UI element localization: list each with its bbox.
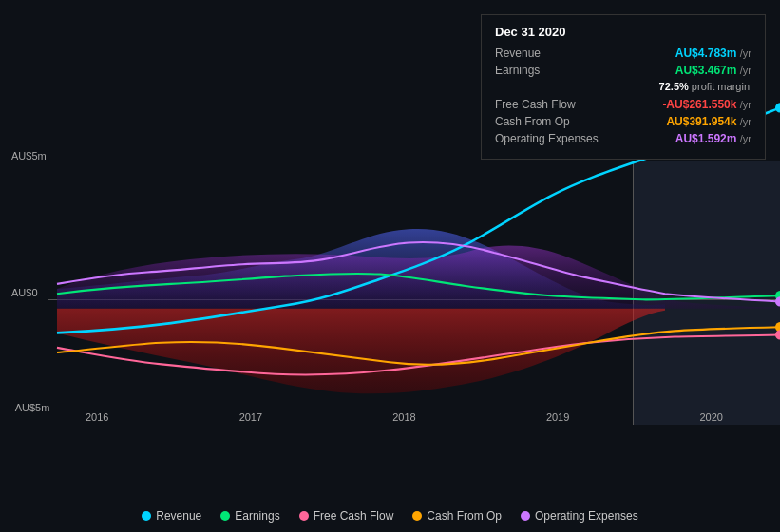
- legend-label-earnings: Earnings: [235, 509, 279, 522]
- legend-dot-earnings: [220, 511, 230, 521]
- earnings-label: Earnings: [495, 64, 540, 77]
- legend: Revenue Earnings Free Cash Flow Cash Fro…: [0, 509, 780, 522]
- svg-point-4: [775, 330, 780, 339]
- legend-dot-cashfromop: [412, 511, 422, 521]
- legend-fcf[interactable]: Free Cash Flow: [299, 509, 394, 522]
- earnings-value: AU$3.467m /yr: [675, 64, 751, 77]
- x-label-2016: 2016: [86, 411, 108, 423]
- x-label-2020: 2020: [700, 411, 723, 423]
- info-box: Dec 31 2020 Revenue AU$4.783m /yr Earnin…: [481, 14, 766, 160]
- x-label-2017: 2017: [239, 411, 262, 423]
- info-row-opex: Operating Expenses AU$1.592m /yr: [495, 132, 751, 145]
- legend-dot-opex: [521, 511, 530, 521]
- info-row-revenue: Revenue AU$4.783m /yr: [495, 47, 751, 60]
- revenue-value: AU$4.783m /yr: [675, 47, 751, 60]
- legend-dot-fcf: [299, 511, 309, 521]
- legend-label-fcf: Free Cash Flow: [314, 509, 394, 522]
- legend-dot-revenue: [142, 511, 151, 521]
- legend-label-opex: Operating Expenses: [535, 509, 638, 522]
- legend-label-cashfromop: Cash From Op: [427, 509, 502, 522]
- fcf-label: Free Cash Flow: [495, 98, 576, 111]
- revenue-label: Revenue: [495, 47, 541, 60]
- cashfromop-label: Cash From Op: [495, 115, 570, 128]
- legend-label-revenue: Revenue: [156, 509, 201, 522]
- svg-point-0: [775, 103, 780, 112]
- info-date: Dec 31 2020: [495, 25, 751, 39]
- legend-cashfromop[interactable]: Cash From Op: [412, 509, 502, 522]
- x-label-2019: 2019: [546, 411, 569, 423]
- info-row-cashfromop: Cash From Op AU$391.954k /yr: [495, 115, 751, 128]
- legend-revenue[interactable]: Revenue: [142, 509, 201, 522]
- opex-label: Operating Expenses: [495, 132, 599, 145]
- info-row-earnings: Earnings AU$3.467m /yr: [495, 64, 751, 77]
- fcf-value: -AU$261.550k /yr: [662, 98, 751, 111]
- info-row-fcf: Free Cash Flow -AU$261.550k /yr: [495, 98, 751, 111]
- profit-margin: 72.5% profit margin: [495, 81, 751, 92]
- legend-opex[interactable]: Operating Expenses: [521, 509, 638, 522]
- legend-earnings[interactable]: Earnings: [220, 509, 279, 522]
- x-label-2018: 2018: [392, 411, 415, 423]
- cashfromop-value: AU$391.954k /yr: [666, 115, 751, 128]
- x-labels: 2016 2017 2018 2019 2020: [48, 411, 761, 423]
- opex-value: AU$1.592m /yr: [675, 132, 751, 145]
